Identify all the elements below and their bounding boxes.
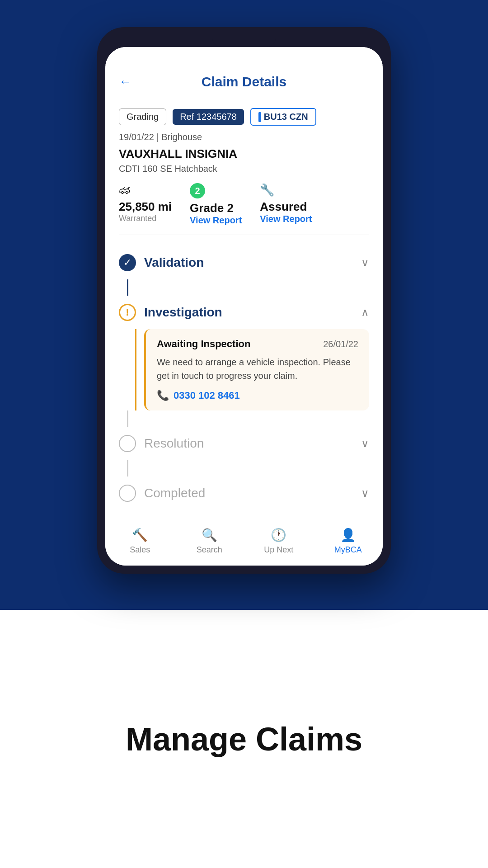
- grade-view-report[interactable]: View Report: [190, 215, 242, 226]
- nav-search[interactable]: 🔍 Search: [191, 528, 227, 555]
- phone-shell: ← Claim Details Grading Ref 12345678 BU1…: [97, 27, 391, 574]
- resolution-icon: [119, 435, 136, 452]
- validation-chevron-icon: ∨: [361, 256, 369, 269]
- mileage-value: 25,850 mi: [119, 200, 172, 214]
- manage-claims-title: Manage Claims: [126, 721, 362, 758]
- connector-investigation-resolution: [127, 410, 128, 427]
- nav-upnext[interactable]: 🕐 Up Next: [261, 528, 297, 555]
- grade-badge: 2: [190, 183, 205, 198]
- timeline-investigation: ! Investigation ∧ Awaiting Inspection: [119, 296, 369, 410]
- app-header: ← Claim Details: [105, 65, 383, 97]
- investigation-header-left: ! Investigation: [119, 304, 222, 321]
- resolution-label: Resolution: [144, 436, 204, 451]
- investigation-card-header: Awaiting Inspection 26/01/22: [157, 338, 358, 350]
- status-bar: [105, 47, 383, 65]
- nav-mybca[interactable]: 👤 MyBCA: [330, 528, 366, 555]
- awaiting-title: Awaiting Inspection: [157, 338, 250, 350]
- date-location: 19/01/22 | Brighouse: [119, 132, 369, 142]
- grade-value: Grade 2: [190, 201, 234, 215]
- phone-screen: ← Claim Details Grading Ref 12345678 BU1…: [105, 47, 383, 566]
- nav-search-label: Search: [197, 545, 222, 555]
- dark-blue-background: ← Claim Details Grading Ref 12345678 BU1…: [0, 0, 488, 610]
- back-button[interactable]: ←: [119, 75, 131, 89]
- timeline: ✓ Validation ∨ ! Investig: [119, 246, 369, 510]
- stats-row: 🏎 25,850 mi Warranted 2 Grade 2 View Rep…: [119, 183, 369, 235]
- mileage-stat: 🏎 25,850 mi Warranted: [119, 183, 172, 223]
- connector-validation-investigation: [127, 279, 128, 296]
- investigation-icon: !: [119, 304, 136, 321]
- assured-stat: 🔧 Assured View Report: [260, 183, 312, 224]
- completed-icon: [119, 485, 136, 502]
- timeline-completed: Completed ∨: [119, 476, 369, 510]
- grade-stat: 2 Grade 2 View Report: [190, 183, 242, 226]
- completed-label: Completed: [144, 486, 205, 500]
- assured-value: Assured: [260, 200, 307, 214]
- completed-header-left: Completed: [119, 485, 205, 502]
- timeline-validation: ✓ Validation ∨: [119, 246, 369, 279]
- search-icon: 🔍: [202, 528, 217, 542]
- investigation-header[interactable]: ! Investigation ∧: [119, 296, 369, 329]
- resolution-chevron-icon: ∨: [361, 437, 369, 450]
- validation-header[interactable]: ✓ Validation ∨: [119, 246, 369, 279]
- phone-notch: [212, 35, 276, 47]
- assured-view-report[interactable]: View Report: [260, 214, 312, 224]
- speedometer-icon: 🏎: [119, 183, 131, 197]
- mybca-icon: 👤: [340, 528, 356, 542]
- investigation-chevron-icon: ∧: [361, 306, 369, 319]
- investigation-label: Investigation: [144, 305, 222, 320]
- vehicle-spec: CDTI 160 SE Hatchback: [119, 164, 369, 174]
- nav-mybca-label: MyBCA: [334, 545, 362, 555]
- mileage-label: Warranted: [119, 214, 156, 223]
- validation-icon: ✓: [119, 254, 136, 271]
- investigation-body: We need to arrange a vehicle inspection.…: [157, 355, 358, 382]
- wrench-icon: 🔧: [260, 183, 274, 197]
- content-area: Grading Ref 12345678 BU13 CZN 19/01/22 |…: [105, 97, 383, 521]
- orange-connector: [135, 329, 136, 410]
- grading-tag[interactable]: Grading: [119, 108, 166, 125]
- resolution-header[interactable]: Resolution ∨: [119, 427, 369, 460]
- upnext-icon: 🕐: [271, 528, 286, 542]
- ref-tag: Ref 12345678: [173, 109, 244, 125]
- page-title: Claim Details: [202, 74, 286, 90]
- nav-upnext-label: Up Next: [264, 545, 293, 555]
- bottom-section: Manage Claims: [0, 610, 488, 868]
- phone-link[interactable]: 📞 0330 102 8461: [157, 390, 358, 401]
- bottom-nav: 🔨 Sales 🔍 Search 🕐 Up Next 👤 MyBCA: [105, 521, 383, 566]
- tags-row: Grading Ref 12345678 BU13 CZN: [119, 108, 369, 126]
- completed-header[interactable]: Completed ∨: [119, 476, 369, 510]
- resolution-header-left: Resolution: [119, 435, 204, 452]
- validation-label: Validation: [144, 255, 204, 270]
- sales-icon: 🔨: [132, 528, 148, 542]
- vehicle-name: VAUXHALL INSIGNIA: [119, 147, 369, 161]
- connector-resolution-completed: [127, 460, 128, 476]
- validation-header-left: ✓ Validation: [119, 254, 204, 271]
- completed-chevron-icon: ∨: [361, 487, 369, 500]
- investigation-card: Awaiting Inspection 26/01/22 We need to …: [144, 329, 369, 410]
- phone-icon: 📞: [157, 390, 169, 401]
- phone-number[interactable]: 0330 102 8461: [174, 390, 240, 401]
- plate-tag: BU13 CZN: [250, 108, 316, 126]
- awaiting-date: 26/01/22: [323, 339, 358, 349]
- timeline-resolution: Resolution ∨: [119, 427, 369, 460]
- nav-sales[interactable]: 🔨 Sales: [122, 528, 158, 555]
- plate-flag-icon: [258, 112, 261, 122]
- nav-sales-label: Sales: [130, 545, 150, 555]
